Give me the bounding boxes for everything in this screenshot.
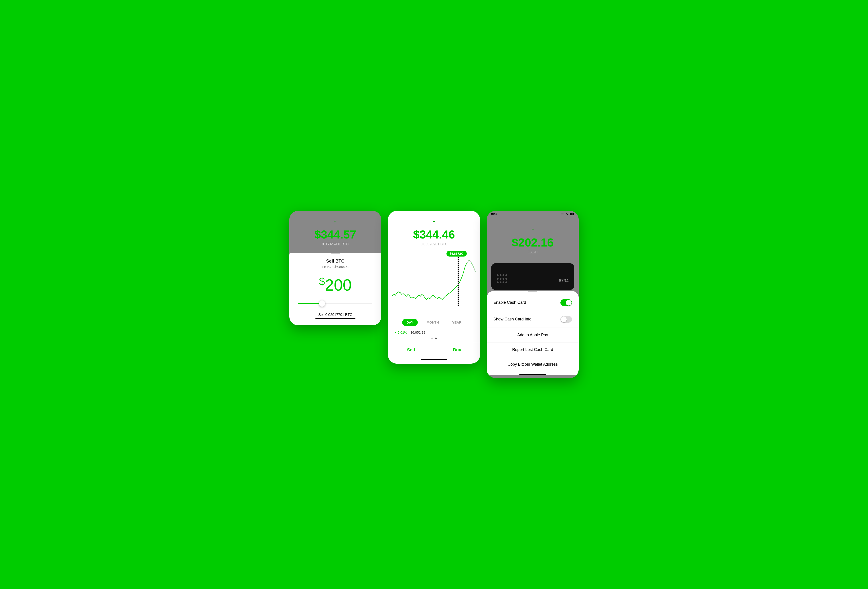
menu-handle [528, 291, 537, 292]
slider-fill [298, 303, 320, 304]
page-dots [388, 337, 480, 339]
action-buttons: Sell Buy [388, 343, 480, 357]
screen2-top: ⌃ $344.46 0.05026901 BTC [388, 211, 480, 250]
card-dot [503, 278, 504, 280]
status-time: 9:43 [491, 212, 497, 216]
copy-bitcoin-wallet-item[interactable]: Copy Bitcoin Wallet Address [487, 357, 579, 372]
tab-month[interactable]: MONTH [422, 319, 443, 326]
home-indicator [421, 359, 447, 360]
current-price: $6,852.38 [410, 330, 425, 334]
dot-2 [435, 337, 437, 339]
tab-day[interactable]: DAY [402, 319, 418, 326]
cash-balance: $202.16 [493, 236, 572, 249]
card-dot [500, 274, 502, 276]
card-dot [497, 278, 499, 280]
btc-chart-sub: 0.05026901 BTC [395, 242, 473, 246]
btc-balance-sub: 0.05026901 BTC [296, 242, 375, 246]
chevron-up-icon[interactable]: ⌃ [296, 220, 375, 226]
copy-bitcoin-wallet-label: Copy Bitcoin Wallet Address [508, 362, 558, 367]
card-dot [500, 278, 502, 280]
screen-cash-card: 9:43 ▪▪▪ ∿ ▮▮▮ ⌃ $202.16 CASH [487, 211, 579, 378]
enable-cash-card-label: Enable Cash Card [493, 300, 526, 305]
btc-chart-balance: $344.46 [395, 228, 473, 241]
chevron-up-icon2[interactable]: ⌃ [395, 220, 473, 226]
dollar-sign: $ [319, 275, 325, 287]
change-pct: ● 5.01% [395, 330, 407, 334]
btc-chart-svg [393, 255, 475, 311]
card-dot [497, 274, 499, 276]
card-dot [500, 281, 502, 283]
report-lost-card-label: Report Lost Cash Card [512, 348, 553, 352]
buy-button[interactable]: Buy [434, 343, 480, 357]
enable-cash-card-toggle[interactable] [560, 299, 572, 306]
show-cash-card-info-item[interactable]: Show Cash Card Info [487, 311, 579, 328]
chart-tooltip-line [458, 257, 459, 306]
dot-1 [431, 337, 433, 339]
menu-sheet: Enable Cash Card Show Cash Card Info Add… [487, 291, 579, 375]
card-dot [497, 281, 499, 283]
home-bar [519, 374, 546, 375]
card-last-digits: 6794 [559, 278, 569, 283]
sheet-handle [331, 253, 340, 254]
screen-btc-chart: ⌃ $344.46 0.05026901 BTC $6,637.92 DAY M… [388, 211, 480, 363]
card-dot [505, 274, 507, 276]
chevron-up-icon3[interactable]: ⌃ [493, 228, 572, 234]
sell-title: Sell BTC [296, 259, 375, 263]
screens-container: ⌃ $344.57 0.05026901 BTC Sell BTC 1 BTC … [289, 211, 579, 378]
card-dots-1 [497, 274, 507, 276]
chart-area: $6,637.92 [388, 251, 480, 313]
tab-year[interactable]: YEAR [448, 319, 466, 326]
amount-slider-container[interactable] [296, 303, 375, 304]
card-dots-2 [497, 278, 507, 280]
status-bar: 9:43 ▪▪▪ ∿ ▮▮▮ [487, 211, 579, 217]
card-dot [503, 281, 504, 283]
card-dots-3 [497, 281, 507, 283]
show-cash-card-info-toggle[interactable] [560, 316, 572, 323]
card-dot [505, 278, 507, 280]
sell-btc-label: Sell 0.02917791 BTC [296, 311, 375, 317]
sell-amount-value: 200 [325, 276, 352, 294]
cash-label: CASH [493, 250, 572, 254]
slider-track [298, 303, 372, 304]
battery-icon: ▮▮▮ [570, 212, 574, 216]
chart-stats: ● 5.01% $6,852.38 [388, 329, 480, 337]
sell-bottom-sheet: Sell BTC 1 BTC = $6,854.50 $200 Sell 0.0… [289, 249, 381, 326]
status-icons: ▪▪▪ ∿ ▮▮▮ [561, 212, 574, 216]
cash-card-display: 6794 [491, 263, 574, 290]
show-cash-card-info-label: Show Cash Card Info [493, 317, 531, 321]
screen-sell-btc: ⌃ $344.57 0.05026901 BTC Sell BTC 1 BTC … [289, 211, 381, 325]
wifi-icon: ∿ [566, 212, 568, 216]
sell-amount-display: $200 [296, 275, 375, 294]
signal-icon: ▪▪▪ [561, 212, 564, 216]
screen1-top: ⌃ $344.57 0.05026901 BTC [289, 211, 381, 253]
add-to-apple-pay-label: Add to Apple Pay [517, 333, 548, 337]
report-lost-card-item[interactable]: Report Lost Cash Card [487, 342, 579, 357]
chart-tooltip: $6,637.92 [446, 251, 466, 256]
time-tabs: DAY MONTH YEAR [388, 315, 480, 329]
card-dot [503, 274, 504, 276]
sell-btc-underline [315, 318, 356, 319]
slider-thumb[interactable] [319, 300, 325, 306]
card-dot [505, 281, 507, 283]
sell-rate: 1 BTC = $6,854.50 [296, 265, 375, 269]
screen3-top: ⌃ $202.16 CASH [487, 217, 579, 259]
sell-button[interactable]: Sell [388, 343, 434, 357]
add-to-apple-pay-item[interactable]: Add to Apple Pay [487, 328, 579, 342]
enable-cash-card-item[interactable]: Enable Cash Card [487, 294, 579, 311]
btc-balance-amount: $344.57 [296, 228, 375, 241]
